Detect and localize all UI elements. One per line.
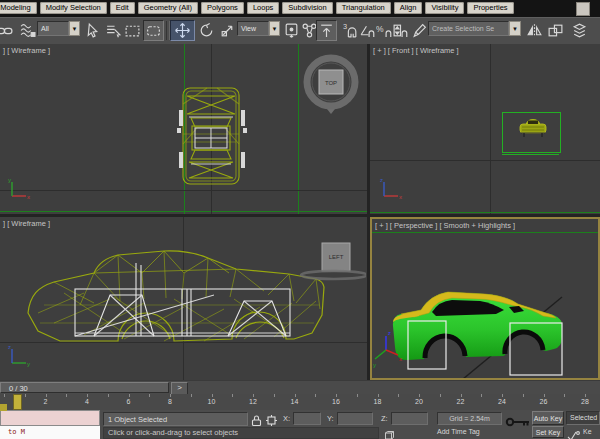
grid-line [370,212,600,213]
keyboard-shortcut-override-icon[interactable] [316,20,337,41]
viewcube-top-face: TOP [325,80,337,86]
ribbon-tab-n-modeling[interactable]: n Modeling [0,2,37,14]
ruler-tick [502,394,503,397]
axis-line [490,44,491,214]
align-icon[interactable] [545,20,566,41]
viewport-front-label[interactable]: [ + ] [ Front ] [ Wireframe ] [373,46,459,55]
maxscript-macro-recorder[interactable] [0,410,100,426]
add-time-tag[interactable]: Add Time Tag [437,428,480,435]
viewport-perspective-label[interactable]: [ + ] [ Perspective ] [ Smooth + Highlig… [375,221,515,230]
ruler-tick [461,394,462,397]
ruler-tick [419,394,420,397]
ribbon-tab-loops[interactable]: Loops [247,2,279,14]
ruler-tick [25,394,26,397]
svg-text:y: y [27,361,30,367]
select-and-scale-icon[interactable] [217,20,238,41]
key-filters-button[interactable]: Ke [583,428,592,435]
select-and-move-icon[interactable] [170,20,195,41]
time-slider-handle[interactable]: 0 / 30 [0,382,169,393]
set-key-button[interactable]: Set Key [532,426,564,438]
select-and-link-icon[interactable] [0,20,15,41]
select-and-rotate-icon[interactable] [196,20,217,41]
grid-line [298,44,299,214]
3dsmax-window: n ModelingModify SelectionEditGeometry (… [0,0,600,439]
ruler-tick [544,394,545,397]
ribbon-tab-bar: n ModelingModify SelectionEditGeometry (… [0,0,600,17]
viewport-left[interactable]: ] [ Wireframe ] [0,217,367,380]
ribbon-tab-visibility[interactable]: Visibility [425,2,464,14]
viewport-top[interactable]: ] [ Wireframe ] [0,44,367,214]
rectangular-selection-region-icon[interactable] [122,20,143,41]
selection-filter-dropdown[interactable]: All ▼ [37,21,80,36]
ruler-tick [315,394,316,397]
selection-lock-icon[interactable] [250,413,263,431]
viewport-area: ] [ Wireframe ] [0,44,600,380]
viewport-perspective[interactable]: [ + ] [ Perspective ] [ Smooth + Highlig… [370,217,600,380]
ruler-frame-label: 8 [168,398,172,405]
ruler-tick [564,394,565,397]
set-keys-button[interactable] [505,414,531,432]
layer-manager-icon[interactable] [569,20,590,41]
ribbon-tab-geometry-all-[interactable]: Geometry (All) [138,2,198,14]
auto-key-button[interactable]: Auto Key [532,411,564,425]
ruler-tick [336,394,337,397]
coordinate-system-dropdown[interactable]: View ▼ [237,21,280,36]
ribbon-overflow-button[interactable] [576,2,590,16]
x-coordinate-field[interactable] [293,412,321,425]
ribbon-tab-align[interactable]: Align [394,2,423,14]
car-perspective-shaded[interactable]: z y x [372,219,598,378]
y-coordinate-input[interactable] [338,419,372,430]
car-side-view-wireframe[interactable] [24,243,334,355]
ruler-frame-label: 10 [208,398,216,405]
ribbon-tab-properties[interactable]: Properties [467,2,513,14]
viewport-top-label[interactable]: ] [ Wireframe ] [3,46,50,55]
select-by-name-icon[interactable] [103,20,124,41]
maxscript-mini-listener[interactable]: to M [0,426,100,439]
selection-bracket-line [502,154,559,155]
viewport-front[interactable]: [ + ] [ Front ] [ Wireframe ] xz [370,44,600,214]
ruler-frame-label: 24 [498,398,506,405]
bind-to-space-warp-icon[interactable] [17,20,38,41]
key-filter-dropdown[interactable]: Selected [566,411,600,425]
axis-tripod-icon: xy [6,176,32,202]
z-coordinate-input[interactable] [392,419,427,430]
ribbon-tab-polygons[interactable]: Polygons [201,2,244,14]
current-frame-marker[interactable] [13,394,22,410]
keyable-icon[interactable] [567,427,580,439]
absolute-offset-mode-icon[interactable] [265,413,278,431]
spinner-snap-icon[interactable] [390,20,411,41]
coordinate-system-value: View [237,21,269,36]
ribbon-tab-triangulation[interactable]: Triangulation [336,2,391,14]
ribbon-tab-modify-selection[interactable]: Modify Selection [40,2,107,14]
z-coordinate-field[interactable] [391,412,428,425]
dropdown-arrow-icon[interactable]: ▼ [69,21,80,36]
select-object-icon[interactable] [82,20,103,41]
ribbon-tab-subdivision[interactable]: Subdivision [282,2,332,14]
y-coordinate-field[interactable] [337,412,373,425]
car-front-view[interactable] [518,117,548,139]
edit-named-selection-sets-icon[interactable] [409,20,430,41]
main-toolbar: All ▼ View ▼ 3 [0,17,600,46]
window-crossing-toggle-icon[interactable] [143,20,164,41]
dropdown-arrow-icon[interactable]: ▼ [269,21,280,36]
viewcube[interactable]: TOP [300,52,364,118]
car-top-view-wireframe[interactable] [177,84,247,189]
axis-line [0,190,367,191]
ruler-tick [129,394,130,397]
viewcube[interactable]: LEFT [296,239,366,284]
dropdown-arrow-icon[interactable]: ▼ [509,21,521,36]
mirror-icon[interactable] [524,20,545,41]
timeline-ruler[interactable]: 246810121416182022242628 [0,394,600,411]
ribbon-tab-edit[interactable]: Edit [110,2,135,14]
ruler-tick [523,394,524,397]
svg-text:z: z [8,344,11,350]
time-slider-track[interactable]: 0 / 30 > [0,380,600,395]
ruler-frame-label: 26 [540,398,548,405]
viewport-left-label[interactable]: ] [ Wireframe ] [3,219,50,228]
ruler-frame-label: 4 [85,398,89,405]
svg-text:y: y [8,177,11,183]
svg-text:z: z [380,177,383,183]
ruler-tick [232,394,233,397]
x-coordinate-input[interactable] [294,419,320,430]
named-selection-set-dropdown[interactable]: Create Selection Se ▼ [428,21,521,36]
